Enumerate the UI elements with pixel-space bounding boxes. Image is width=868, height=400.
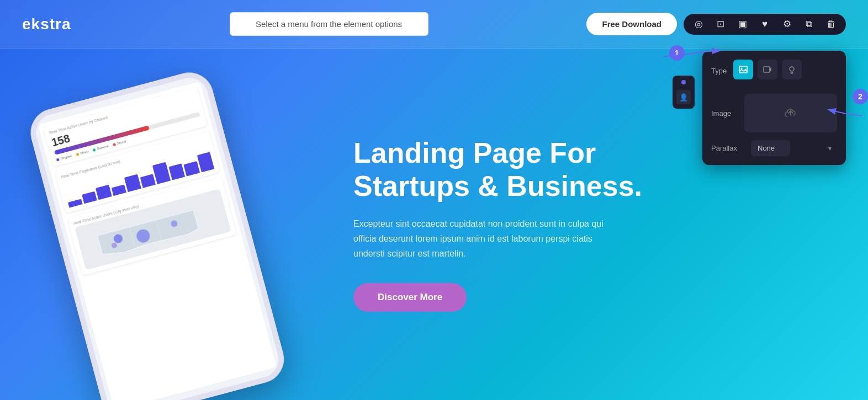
legend-item-organic: Original <box>56 154 72 161</box>
panel-left-user-icon[interactable]: 👤 <box>676 90 691 104</box>
bar-9 <box>183 161 199 177</box>
settings-panel: Type <box>702 51 846 165</box>
toolbar: ◎ ⊡ ▣ ♥ ⚙ ⧉ 🗑 <box>684 14 846 35</box>
svg-point-7 <box>741 68 743 70</box>
brand-logo: ekstra <box>22 15 71 33</box>
panel-type-row: Type <box>711 60 837 87</box>
bar-7 <box>152 162 171 184</box>
phone-area: Real-Time Active Users by Chanice 158 Or… <box>0 49 331 400</box>
legend-label-referral: Referral <box>97 144 109 150</box>
panel-image-upload[interactable] <box>744 94 837 132</box>
panel-parallax-select[interactable]: None Slow Medium Fast <box>751 140 790 156</box>
gear-icon[interactable]: ⚙ <box>780 17 794 31</box>
hero-description: Excepteur sint occaecat cupidatat non pr… <box>353 216 607 262</box>
panel-type-light-btn[interactable] <box>782 60 802 79</box>
step-2-label: 2 <box>858 92 862 101</box>
image-icon <box>738 65 748 74</box>
panel-container: 👤 Type <box>702 51 846 165</box>
phone-screen-inner: Real-Time Active Users by Chanice 158 Or… <box>38 81 277 400</box>
panel-image-section: Image <box>711 94 837 132</box>
heart-icon[interactable]: ♥ <box>758 17 772 31</box>
panel-select-wrapper: None Slow Medium Fast <box>751 140 837 156</box>
bar-2 <box>82 191 97 204</box>
bar-4 <box>111 184 126 196</box>
nav-right: Free Download ◎ ⊡ ▣ ♥ ⚙ ⧉ 🗑 <box>586 13 846 35</box>
navbar: ekstra Select a menu from the element op… <box>0 0 868 49</box>
upload-cloud-icon <box>783 105 798 121</box>
legend-dot-organic <box>56 158 60 161</box>
copy-icon[interactable]: ⧉ <box>802 17 816 31</box>
panel-type-buttons <box>733 60 802 79</box>
hero-heading-line1: Landing Page For <box>353 137 596 169</box>
panel-type-video-btn[interactable] <box>758 60 777 79</box>
free-download-button[interactable]: Free Download <box>586 13 677 35</box>
step-1-label: 1 <box>675 49 679 57</box>
bar-1 <box>68 199 82 208</box>
legend-dot-social <box>113 143 116 146</box>
panel-parallax-label: Parallax <box>711 144 744 152</box>
lightbulb-icon <box>787 65 797 74</box>
panel-type-image-btn[interactable] <box>733 60 753 79</box>
svg-rect-8 <box>764 67 770 72</box>
legend-label-social: Social <box>117 140 126 145</box>
svg-point-9 <box>790 67 794 71</box>
bar-8 <box>168 163 185 180</box>
bar-6 <box>140 174 156 188</box>
legend-dot-referral <box>93 148 96 151</box>
panel-image-label: Image <box>711 109 739 118</box>
bar-5 <box>124 174 141 192</box>
panel-type-label: Type <box>711 67 727 75</box>
panel-parallax-row: Parallax None Slow Medium Fast <box>711 140 837 156</box>
phone-screen: Real-Time Active Users by Chanice 158 Or… <box>32 74 283 400</box>
hero-heading-line2: Startups & Business. <box>353 170 642 202</box>
legend-dot-direct <box>76 152 79 156</box>
dot-indicator <box>681 80 686 84</box>
bar-3 <box>96 184 112 200</box>
legend-label-direct: Direct <box>80 150 89 155</box>
legend-label-organic: Original <box>60 154 72 160</box>
delete-icon[interactable]: 🗑 <box>824 17 838 31</box>
legend-item-social: Social <box>113 140 126 146</box>
panel-left-strip: 👤 <box>673 76 695 109</box>
nav-center: Select a menu from the element options <box>71 12 587 36</box>
phone-mockup: Real-Time Active Users by Chanice 158 Or… <box>25 67 290 400</box>
bar-10 <box>197 152 214 173</box>
frame-icon[interactable]: ▣ <box>735 17 750 31</box>
discover-more-button[interactable]: Discover More <box>353 283 467 312</box>
legend-item-referral: Referral <box>92 144 109 151</box>
target-icon[interactable]: ◎ <box>691 17 706 31</box>
video-icon <box>763 65 772 74</box>
step-badge-2: 2 <box>853 89 868 104</box>
legend-item-direct: Direct <box>76 150 89 156</box>
crop-icon[interactable]: ⊡ <box>713 17 728 31</box>
menu-placeholder[interactable]: Select a menu from the element options <box>230 12 428 36</box>
map-svg <box>84 194 222 265</box>
step-badge-1: 1 <box>669 45 685 61</box>
